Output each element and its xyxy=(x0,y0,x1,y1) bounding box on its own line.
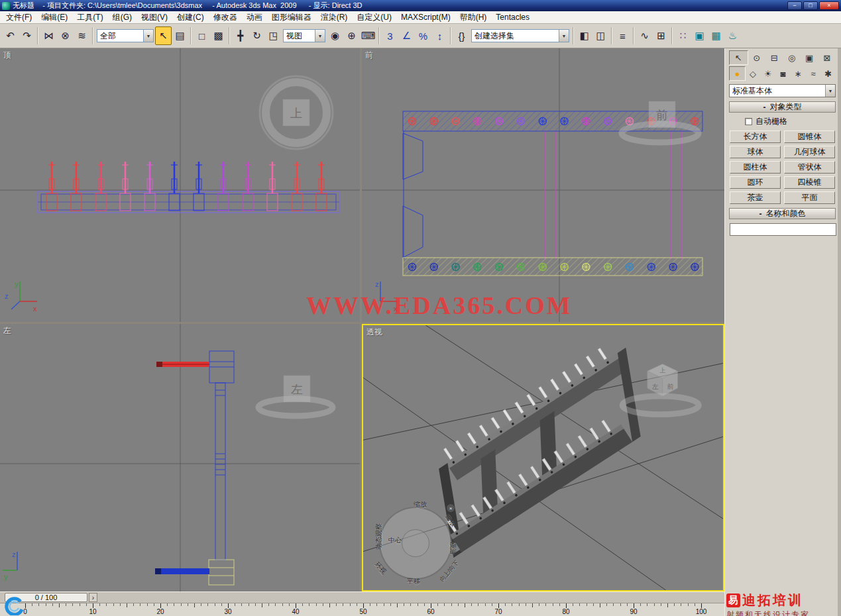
viewcube-face-label[interactable]: 左 xyxy=(291,383,303,396)
object-name-input[interactable] xyxy=(730,223,836,236)
pin[interactable] xyxy=(71,162,82,211)
viewcube-face-label[interactable]: 前 xyxy=(667,383,674,390)
pin[interactable] xyxy=(144,162,155,211)
object-type-button[interactable]: 管状体 xyxy=(784,161,835,174)
material-editor-icon[interactable]: ∷ xyxy=(675,26,691,45)
named-selection-sets-dropdown[interactable]: 创建选择集▼ xyxy=(471,29,569,42)
quick-render-icon[interactable]: ♨ xyxy=(724,26,741,45)
bind-to-space-warp-icon[interactable]: ≋ xyxy=(74,26,90,45)
tab-hierarchy[interactable]: ⊟ xyxy=(765,50,783,65)
viewport-top-label[interactable]: 顶 xyxy=(3,50,11,61)
select-and-move-icon[interactable]: ╋ xyxy=(232,26,249,45)
vertex-node[interactable] xyxy=(691,264,699,271)
category-cameras[interactable]: ◙ xyxy=(775,66,791,81)
vertex-node[interactable] xyxy=(496,264,503,271)
tab-create[interactable]: ↖ xyxy=(729,50,748,65)
close-button[interactable]: × xyxy=(819,1,839,10)
category-helpers[interactable]: ∗ xyxy=(791,66,806,81)
snaps-toggle-icon[interactable]: 3 xyxy=(382,26,398,45)
vertex-node[interactable] xyxy=(583,118,590,125)
dropdown-arrow-icon[interactable]: ▼ xyxy=(559,30,569,42)
menu-tentacles[interactable]: Tentacles xyxy=(491,12,534,23)
menu-tools[interactable]: 工具(T) xyxy=(72,11,107,24)
tab-motion[interactable]: ◎ xyxy=(783,50,801,65)
pin[interactable] xyxy=(46,162,57,211)
autogrid-checkbox[interactable] xyxy=(745,118,752,125)
keyboard-override-icon[interactable]: ⌨ xyxy=(360,26,376,45)
wheel-walk[interactable]: 漫游 xyxy=(448,542,457,555)
select-and-manipulate-icon[interactable]: ⊕ xyxy=(343,26,360,45)
vertex-node[interactable] xyxy=(430,264,437,271)
pin[interactable] xyxy=(267,162,278,211)
socket-pins-top-view[interactable] xyxy=(46,162,327,211)
pin[interactable] xyxy=(169,162,180,211)
align-icon[interactable]: ◫ xyxy=(592,26,609,45)
pin[interactable] xyxy=(316,162,327,211)
minimize-button[interactable]: − xyxy=(787,1,802,10)
vertex-node[interactable] xyxy=(518,118,525,125)
select-and-link-icon[interactable]: ⋈ xyxy=(40,26,57,45)
object-type-button[interactable]: 平面 xyxy=(784,191,835,204)
viewcube-face-label[interactable]: 前 xyxy=(656,109,668,122)
vertex-node[interactable] xyxy=(647,264,655,271)
unlink-selection-icon[interactable]: ⊗ xyxy=(57,26,74,45)
dropdown-arrow-icon[interactable]: ▼ xyxy=(315,30,325,42)
menu-maxscript[interactable]: MAXScript(M) xyxy=(396,12,455,23)
category-spacewarps[interactable]: ≈ xyxy=(806,66,821,81)
select-and-scale-icon[interactable]: ◳ xyxy=(265,26,282,45)
menu-create[interactable]: 创建(C) xyxy=(172,11,209,24)
steering-wheel-hub[interactable] xyxy=(402,529,429,557)
viewport-left[interactable]: 左 xyxy=(0,324,360,591)
pin[interactable] xyxy=(194,162,204,211)
menu-customize[interactable]: 自定义(U) xyxy=(352,11,396,24)
vertex-node[interactable] xyxy=(452,264,459,271)
next-frame-button[interactable]: › xyxy=(89,593,97,602)
viewport-perspective-label[interactable]: 透视 xyxy=(366,327,382,338)
category-geometry[interactable]: ● xyxy=(729,66,746,81)
vertex-node[interactable] xyxy=(539,118,546,125)
object-type-rollout-header[interactable]: - 对象类型 xyxy=(729,101,836,113)
redo-icon[interactable]: ↷ xyxy=(19,26,35,45)
edit-named-selections-icon[interactable]: {} xyxy=(453,26,470,45)
object-type-button[interactable]: 几何球体 xyxy=(784,146,835,158)
vertex-node[interactable] xyxy=(561,264,568,271)
viewcube-face-label[interactable]: 上 xyxy=(290,107,302,120)
pin[interactable] xyxy=(292,162,302,211)
select-object-icon[interactable]: ↖ xyxy=(155,26,172,45)
pin[interactable] xyxy=(218,162,229,211)
use-pivot-center-icon[interactable]: ◉ xyxy=(327,26,343,45)
tab-utilities[interactable]: ⊠ xyxy=(818,50,836,65)
object-subcategory-dropdown[interactable]: 标准基本体 ▼ xyxy=(729,84,836,97)
menu-edit[interactable]: 编辑(E) xyxy=(36,11,72,24)
viewport-front[interactable]: 前 xyxy=(362,48,724,322)
steering-wheel[interactable]: 缩放 回放 漫游 向上/向下 平移 环视 动态观察 中心 × xyxy=(372,500,459,586)
percent-snap-icon[interactable]: % xyxy=(415,26,431,45)
object-type-button[interactable]: 四棱锥 xyxy=(784,176,835,189)
wheel-pan[interactable]: 平移 xyxy=(407,577,420,586)
selection-filter-dropdown[interactable]: 全部▼ xyxy=(97,29,154,42)
vertex-node[interactable] xyxy=(452,118,459,125)
wheel-zoom[interactable]: 缩放 xyxy=(414,500,427,509)
layer-manager-icon[interactable]: ≡ xyxy=(614,26,631,45)
spinner-snap-icon[interactable]: ↕ xyxy=(431,26,448,45)
select-and-rotate-icon[interactable]: ↻ xyxy=(249,26,265,45)
viewcube-top[interactable]: 上 xyxy=(260,76,333,149)
render-setup-icon[interactable]: ▣ xyxy=(691,26,708,45)
tab-display[interactable]: ▣ xyxy=(801,50,818,65)
category-lights[interactable]: ☀ xyxy=(760,66,775,81)
menu-help[interactable]: 帮助(H) xyxy=(455,11,492,24)
menu-modifiers[interactable]: 修改器 xyxy=(209,11,242,24)
vertex-node[interactable] xyxy=(409,264,416,271)
reference-coordinate-dropdown[interactable]: 视图▼ xyxy=(283,29,325,42)
rendered-frame-icon[interactable]: ▦ xyxy=(708,26,724,45)
viewport-left-label[interactable]: 左 xyxy=(3,325,11,336)
pin[interactable] xyxy=(243,162,253,211)
vertex-node[interactable] xyxy=(583,264,590,271)
category-shapes[interactable]: ◇ xyxy=(746,66,761,81)
rectangular-selection-region-icon[interactable]: □ xyxy=(194,26,210,45)
viewcube-left[interactable]: 左 xyxy=(258,376,333,416)
dropdown-arrow-icon[interactable]: ▼ xyxy=(143,30,153,42)
vertex-node[interactable] xyxy=(626,264,634,271)
vertex-node[interactable] xyxy=(430,118,437,125)
track-bar[interactable]: 0102030405060708090100 xyxy=(0,603,724,616)
